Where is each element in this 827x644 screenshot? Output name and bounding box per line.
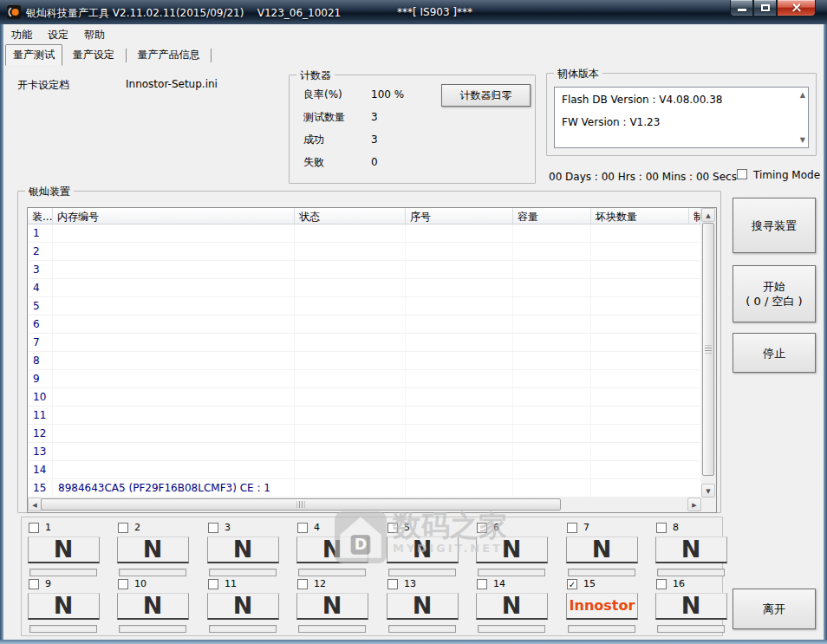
slot-status-text: N — [592, 536, 613, 563]
slot-checkbox[interactable] — [29, 579, 39, 589]
slot-progress-bar — [29, 569, 97, 576]
slot-progress-bar — [209, 625, 277, 633]
table-row[interactable]: 2 — [28, 243, 701, 261]
column-header-2[interactable]: 状态 — [295, 208, 406, 224]
scroll-down-icon[interactable]: ▼ — [800, 136, 805, 144]
counter-group: 计数器 良率(%)100 %测试数量3成功3失败0 计数器归零 — [289, 75, 536, 184]
cell-status — [295, 224, 406, 242]
slot-checkbox[interactable] — [387, 523, 398, 533]
cell-status — [295, 425, 406, 442]
column-header-5[interactable]: 坏块数量 — [591, 208, 689, 224]
cell-serial — [406, 297, 513, 315]
slot-checkbox[interactable] — [208, 579, 218, 589]
close-button[interactable] — [777, 0, 816, 16]
cell-bad_blocks — [591, 461, 701, 478]
slot-checkbox[interactable] — [118, 523, 128, 533]
start-button[interactable]: 开始 ( 0 / 空白 ) — [733, 265, 816, 322]
minimize-button[interactable] — [730, 0, 753, 16]
column-header-0[interactable]: 装... — [28, 208, 53, 224]
cell-no: 11 — [28, 407, 53, 424]
table-row[interactable]: 5 — [28, 297, 701, 315]
table-row[interactable]: 9 — [28, 370, 701, 388]
scroll-left-icon[interactable]: ◀ — [28, 498, 42, 511]
cell-serial — [406, 461, 513, 478]
cell-no: 14 — [28, 461, 53, 478]
slot-progress-bar — [568, 625, 635, 633]
table-row[interactable]: 1 — [28, 224, 701, 243]
column-header-4[interactable]: 容量 — [513, 208, 591, 224]
slot-checkbox[interactable] — [656, 579, 667, 589]
counter-label: 测试数量 — [303, 110, 371, 125]
table-row[interactable]: 10 — [28, 388, 701, 407]
menu-item-1[interactable]: 设定 — [40, 24, 76, 45]
slot-status-text: N — [413, 536, 433, 563]
elapsed-time-text: 00 Days : 00 Hrs : 00 Mins : 00 Secs — [549, 171, 737, 183]
vertical-scrollbar-thumb[interactable] — [702, 223, 714, 476]
slot-status-text: N — [54, 536, 75, 563]
timing-mode-checkbox[interactable] — [737, 169, 747, 179]
slot-status-text: N — [502, 536, 523, 563]
slot-progress-bar — [478, 569, 545, 576]
cell-status — [295, 297, 406, 315]
cell-no: 12 — [28, 425, 53, 442]
slot-checkbox[interactable] — [656, 523, 667, 533]
slot-progress-bar — [298, 569, 366, 576]
window-border-right — [824, 24, 827, 644]
slot-15: ✓15Innostor — [564, 579, 651, 634]
vertical-scrollbar[interactable]: ▲ ▼ — [701, 208, 716, 498]
slot-2: 2N — [115, 523, 202, 578]
exit-button[interactable]: 离开 — [733, 589, 816, 629]
window-border-left — [0, 24, 3, 644]
scrollbar-grip-icon — [705, 346, 712, 354]
button-label: 搜寻装置 — [733, 218, 815, 233]
stop-button[interactable]: 停止 — [733, 333, 816, 373]
title-bar[interactable]: 银灿科技量产工具 V2.11.02.11(2015/09/21) V123_06… — [0, 0, 827, 24]
slot-number: 16 — [673, 578, 685, 589]
slot-checkbox[interactable] — [477, 579, 487, 589]
slot-checkbox[interactable] — [387, 579, 398, 589]
scroll-up-icon[interactable]: ▲ — [701, 208, 715, 222]
table-row[interactable]: 6 — [28, 315, 701, 334]
table-row[interactable]: 14 — [28, 461, 701, 479]
table-row[interactable]: 13 — [28, 443, 701, 461]
slot-checkbox[interactable]: ✓ — [567, 579, 577, 589]
table-row[interactable]: 3 — [28, 261, 701, 279]
table-row[interactable]: 12 — [28, 425, 701, 443]
cell-capacity — [513, 224, 591, 242]
table-row[interactable]: 8 — [28, 352, 701, 370]
slot-checkbox[interactable] — [118, 579, 128, 589]
maximize-button[interactable] — [753, 0, 777, 16]
search-devices-button[interactable]: 搜寻装置 — [733, 198, 816, 253]
tab-product-info[interactable]: 量产产品信息 — [130, 45, 206, 65]
slot-checkbox[interactable] — [297, 579, 308, 589]
tab-production-settings[interactable]: 量产设定 — [66, 45, 121, 65]
cell-memory — [53, 279, 295, 296]
slot-checkbox[interactable] — [477, 523, 487, 533]
horizontal-scrollbar[interactable]: ◀ ▶ — [28, 498, 701, 512]
counter-value: 100 % — [371, 88, 404, 101]
firmware-box: ▲ ▼ Flash DB Version : V4.08.00.38FW Ver… — [554, 87, 809, 148]
menu-item-2[interactable]: 帮助 — [76, 24, 113, 45]
column-header-3[interactable]: 序号 — [406, 208, 513, 224]
column-header-1[interactable]: 内存编号 — [53, 208, 295, 224]
column-header-6[interactable]: 制 — [689, 208, 701, 224]
table-row[interactable]: 11 — [28, 407, 701, 425]
slot-checkbox[interactable] — [208, 523, 218, 533]
cell-memory — [53, 443, 295, 460]
table-row[interactable]: 7 — [28, 334, 701, 352]
slot-status-text: N — [681, 592, 702, 619]
counter-reset-button[interactable]: 计数器归零 — [441, 84, 531, 107]
slot-checkbox[interactable] — [297, 523, 308, 533]
table-row[interactable]: 158984643CA5 (PF29F16B08LCMF3) CE : 1 — [28, 479, 701, 498]
scroll-up-icon[interactable]: ▲ — [800, 91, 805, 99]
slot-progress-bar — [119, 569, 186, 576]
slot-1: 1N — [26, 523, 113, 578]
horizontal-scrollbar-thumb[interactable] — [41, 498, 561, 511]
menu-item-0[interactable]: 功能 — [3, 24, 40, 45]
scroll-right-icon[interactable]: ▶ — [687, 498, 701, 511]
slot-checkbox[interactable] — [567, 523, 577, 533]
scroll-down-icon[interactable]: ▼ — [701, 484, 715, 498]
tab-production-test[interactable]: 量产测试 — [5, 44, 62, 66]
slot-checkbox[interactable] — [29, 523, 39, 533]
table-row[interactable]: 4 — [28, 279, 701, 297]
